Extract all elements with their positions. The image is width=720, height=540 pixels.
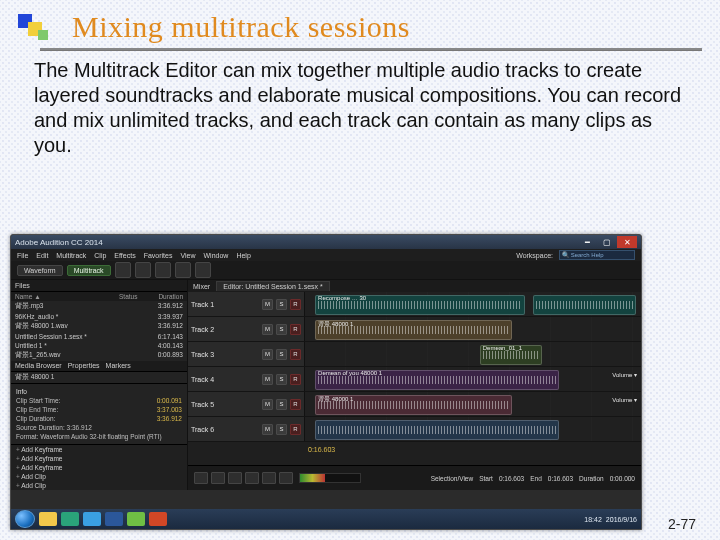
menu-edit[interactable]: Edit (36, 252, 48, 259)
file-row[interactable]: 背景.mp33:36.912 (11, 301, 187, 312)
taskbar-app-icon[interactable] (83, 512, 101, 526)
track-lane[interactable]: 背景 48000 1 (305, 317, 641, 341)
files-panel-header[interactable]: Files (11, 280, 187, 292)
track-list: Track 1 M S R Recompose … 30 Track 2 M S (188, 292, 641, 465)
track-solo-button[interactable]: S (276, 349, 287, 360)
track-volume-dropdown[interactable]: Volume ▾ (612, 371, 637, 378)
track-header[interactable]: Track 6 M S R (188, 417, 305, 441)
transport-stop-button[interactable] (194, 472, 208, 484)
menu-window[interactable]: Window (203, 252, 228, 259)
mode-multitrack-button[interactable]: Multitrack (67, 265, 111, 276)
multitrack-editor: Mixer Editor: Untitled Session 1.sesx * … (188, 280, 641, 490)
start-button-icon[interactable] (15, 510, 35, 528)
page-number: 2-77 (668, 516, 696, 532)
menu-effects[interactable]: Effects (114, 252, 135, 259)
track-header[interactable]: Track 2 M S R (188, 317, 305, 341)
file-row[interactable]: 背景 48000 1.wav3:36.912 (11, 321, 187, 332)
history-item[interactable]: Add Keyframe (11, 454, 187, 463)
history-item[interactable]: Add Clip (11, 472, 187, 481)
properties-panel: Info Clip Start Time:0:00.091 Clip End T… (11, 383, 187, 444)
taskbar-ppt-icon[interactable] (149, 512, 167, 526)
transport-play-button[interactable] (211, 472, 225, 484)
transport-skip-button[interactable] (279, 472, 293, 484)
taskbar-audition-icon[interactable] (61, 512, 79, 526)
prop-clip-start: Clip Start Time:0:00.091 (16, 396, 182, 405)
taskbar-explorer-icon[interactable] (39, 512, 57, 526)
track-solo-button[interactable]: S (276, 324, 287, 335)
window-min-button[interactable]: ━ (577, 236, 597, 248)
history-item[interactable]: Add Keyframe (11, 463, 187, 472)
tool-move-icon[interactable] (115, 262, 131, 278)
window-max-button[interactable]: ▢ (597, 236, 617, 248)
track-solo-button[interactable]: S (276, 374, 287, 385)
track-row: Track 4 M S R Demean of you 48000 1 Volu… (188, 367, 641, 392)
tool-select-icon[interactable] (175, 262, 191, 278)
track-record-button[interactable]: R (290, 324, 301, 335)
track-header[interactable]: Track 3 M S R (188, 342, 305, 366)
tool-razor-icon[interactable] (135, 262, 151, 278)
track-record-button[interactable]: R (290, 374, 301, 385)
history-item[interactable]: Add Clip (11, 481, 187, 490)
track-lane[interactable]: Demean_01_1 (305, 342, 641, 366)
taskbar-word-icon[interactable] (105, 512, 123, 526)
track-lane[interactable]: 背景 48000 1 Volume ▾ (305, 392, 641, 416)
track-mute-button[interactable]: M (262, 374, 273, 385)
file-row[interactable]: 背景1_265.wav0:00.893 (11, 350, 187, 361)
title-bullet-icon (18, 14, 48, 44)
track-solo-button[interactable]: S (276, 299, 287, 310)
window-close-button[interactable]: ✕ (617, 236, 637, 248)
slide-body-text: The Multitrack Editor can mix together m… (0, 58, 720, 158)
track-record-button[interactable]: R (290, 349, 301, 360)
transport-pause-button[interactable] (228, 472, 242, 484)
track-lane[interactable]: Demean of you 48000 1 Volume ▾ (305, 367, 641, 391)
track-solo-button[interactable]: S (276, 399, 287, 410)
track-header[interactable]: Track 4 M S R (188, 367, 305, 391)
mode-waveform-button[interactable]: Waveform (17, 265, 63, 276)
file-row[interactable]: Untitled Session 1.sesx *6:17.143 (11, 332, 187, 341)
track-lane[interactable]: Recompose … 30 (305, 292, 641, 316)
menu-view[interactable]: View (180, 252, 195, 259)
menu-favorites[interactable]: Favorites (144, 252, 173, 259)
file-row[interactable]: 96KHz_audio *3:39.937 (11, 312, 187, 321)
menu-clip[interactable]: Clip (94, 252, 106, 259)
browser-panel-header[interactable]: Media Browser Properties Markers (11, 361, 187, 373)
editor-session-tab[interactable]: Editor: Untitled Session 1.sesx * (216, 281, 330, 291)
menu-help[interactable]: Help (236, 252, 250, 259)
prop-source-duration: Source Duration: 3:36.912 (16, 423, 182, 432)
menu-multitrack[interactable]: Multitrack (56, 252, 86, 259)
file-row[interactable]: Untitled 1 *4:00.143 (11, 341, 187, 350)
track-record-button[interactable]: R (290, 299, 301, 310)
track-mute-button[interactable]: M (262, 299, 273, 310)
help-search-input[interactable]: 🔍 Search Help (559, 250, 635, 260)
windows-taskbar[interactable]: 18:42 2016/9/16 (11, 509, 641, 529)
files-col-name[interactable]: Name ▲ (15, 293, 119, 300)
track-mute-button[interactable]: M (262, 324, 273, 335)
track-lane[interactable]: 0:16.603 (305, 417, 641, 441)
files-col-status[interactable]: Status (119, 293, 149, 300)
window-titlebar[interactable]: Adobe Audition CC 2014 ━ ▢ ✕ (11, 235, 641, 249)
tool-slip-icon[interactable] (155, 262, 171, 278)
tray-date[interactable]: 2016/9/16 (606, 516, 637, 523)
files-col-duration[interactable]: Duration (149, 293, 183, 300)
tool-zoom-icon[interactable] (195, 262, 211, 278)
track-header[interactable]: Track 5 M S R (188, 392, 305, 416)
track-volume-dropdown[interactable]: Volume ▾ (612, 396, 637, 403)
transport-record-button[interactable] (245, 472, 259, 484)
browser-item[interactable]: 背景 48000 1 (11, 372, 187, 383)
level-meter (299, 473, 361, 483)
mixer-panel-label[interactable]: Mixer (193, 283, 210, 290)
track-mute-button[interactable]: M (262, 399, 273, 410)
track-mute-button[interactable]: M (262, 349, 273, 360)
tool-strip: Waveform Multitrack (11, 261, 641, 280)
history-item[interactable]: Add Keyframe (11, 445, 187, 454)
transport-loop-button[interactable] (262, 472, 276, 484)
taskbar-app-icon[interactable] (127, 512, 145, 526)
tray-time[interactable]: 18:42 (584, 516, 602, 523)
track-record-button[interactable]: R (290, 399, 301, 410)
track-mute-button[interactable]: M (262, 424, 273, 435)
files-table: Name ▲ Status Duration 背景.mp33:36.912 96… (11, 292, 187, 361)
track-header[interactable]: Track 1 M S R (188, 292, 305, 316)
track-solo-button[interactable]: S (276, 424, 287, 435)
menu-file[interactable]: File (17, 252, 28, 259)
track-record-button[interactable]: R (290, 424, 301, 435)
